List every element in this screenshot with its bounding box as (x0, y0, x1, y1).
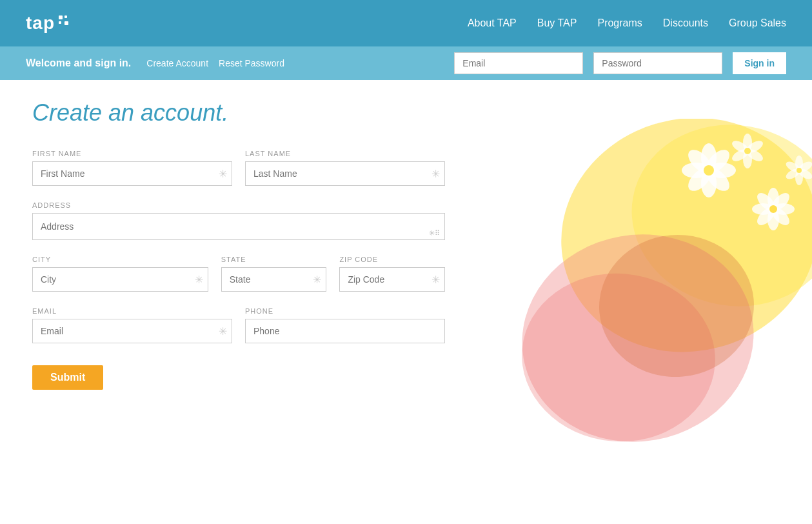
logo-dot-3 (59, 21, 61, 24)
welcome-text: Welcome and sign in. (26, 57, 131, 69)
email-label: EMAIL (32, 307, 232, 315)
svg-point-18 (767, 208, 779, 230)
svg-point-25 (745, 146, 765, 163)
signin-email-input[interactable] (454, 52, 583, 74)
nav-about-tap[interactable]: About TAP (468, 17, 517, 29)
city-input[interactable] (32, 267, 208, 292)
signin-password-input[interactable] (593, 52, 722, 74)
address-input-wrapper: ✳⠿ (32, 213, 445, 240)
logo-icon (59, 15, 68, 25)
svg-point-12 (684, 146, 715, 177)
last-name-input[interactable] (245, 161, 445, 186)
svg-point-3 (515, 265, 722, 449)
reset-password-link[interactable]: Reset Password (219, 58, 284, 68)
svg-point-23 (743, 134, 752, 152)
svg-point-19 (754, 205, 778, 228)
first-name-group: FIRST NAME ✳ (32, 150, 232, 186)
email-phone-row: EMAIL ✳ PHONE (32, 307, 445, 343)
svg-point-0 (535, 119, 812, 381)
first-name-input[interactable] (32, 161, 232, 186)
state-input[interactable] (221, 267, 327, 292)
svg-point-11 (682, 163, 710, 178)
svg-point-17 (769, 205, 793, 228)
svg-point-5 (701, 143, 717, 172)
svg-point-28 (730, 138, 750, 155)
signin-button[interactable]: Sign in (733, 52, 786, 74)
svg-point-1 (617, 119, 812, 323)
last-name-input-wrapper: ✳ (245, 161, 445, 186)
svg-point-21 (754, 190, 778, 214)
last-name-group: LAST NAME ✳ (245, 150, 445, 186)
create-account-form: FIRST NAME ✳ LAST NAME ✳ ADDRESS (32, 150, 445, 390)
zip-input[interactable] (339, 267, 445, 292)
top-navigation: tap About TAP Buy TAP Programs Discounts… (0, 0, 812, 46)
svg-point-32 (797, 166, 812, 181)
email-group: EMAIL ✳ (32, 307, 232, 343)
svg-point-20 (752, 203, 774, 215)
main-content: Create an account. FIRST NAME ✳ LAST NAM… (0, 80, 812, 499)
submit-button[interactable]: Submit (32, 365, 103, 390)
last-name-label: LAST NAME (245, 150, 445, 157)
logo-dot-2 (64, 15, 67, 18)
watercolor-decoration (464, 119, 812, 480)
address-input[interactable] (32, 213, 445, 240)
logo-text: tap (26, 13, 55, 34)
svg-point-4 (593, 228, 760, 383)
svg-point-8 (702, 164, 733, 195)
first-name-input-wrapper: ✳ (32, 161, 232, 186)
zip-group: ZIP CODE ✳ (339, 256, 445, 292)
email-input[interactable] (32, 319, 232, 343)
state-label: STATE (221, 256, 327, 263)
svg-point-13 (704, 165, 714, 176)
zip-input-wrapper: ✳ (339, 267, 445, 292)
city-label: CITY (32, 256, 208, 263)
city-group: CITY ✳ (32, 256, 208, 292)
city-state-zip-row: CITY ✳ STATE ✳ ZIP CODE ✳ (32, 256, 445, 292)
name-row: FIRST NAME ✳ LAST NAME ✳ (32, 150, 445, 186)
svg-point-16 (773, 203, 795, 215)
phone-input-wrapper (245, 319, 445, 343)
nav-discounts[interactable]: Discounts (663, 17, 708, 29)
phone-group: PHONE (245, 307, 445, 343)
nav-group-sales[interactable]: Group Sales (729, 17, 786, 29)
phone-label: PHONE (245, 307, 445, 315)
svg-point-9 (701, 169, 717, 197)
svg-point-30 (795, 156, 803, 171)
create-account-link[interactable]: Create Account (146, 58, 208, 68)
signin-bar: Welcome and sign in. Create Account Rese… (0, 46, 812, 80)
svg-point-34 (784, 166, 802, 181)
state-input-wrapper: ✳ (221, 267, 327, 292)
svg-point-33 (795, 170, 803, 185)
first-name-label: FIRST NAME (32, 150, 232, 157)
nav-links: About TAP Buy TAP Programs Discounts Gro… (468, 17, 786, 29)
svg-point-29 (744, 148, 751, 154)
svg-point-14 (767, 188, 779, 210)
page-title: Create an account. (32, 99, 780, 126)
address-group: ADDRESS ✳⠿ (32, 201, 445, 240)
svg-point-6 (702, 146, 733, 177)
phone-input[interactable] (245, 319, 445, 343)
logo-dot-4 (64, 21, 68, 25)
svg-point-7 (708, 163, 736, 178)
svg-point-2 (506, 216, 770, 460)
svg-point-31 (797, 159, 812, 174)
state-group: STATE ✳ (221, 256, 327, 292)
nav-buy-tap[interactable]: Buy TAP (537, 17, 577, 29)
address-row: ADDRESS ✳⠿ (32, 201, 445, 240)
svg-point-36 (797, 168, 802, 173)
submit-row: Submit (32, 359, 445, 390)
svg-point-26 (743, 150, 752, 168)
address-label: ADDRESS (32, 201, 445, 209)
logo[interactable]: tap (26, 13, 68, 34)
svg-point-27 (730, 146, 750, 163)
svg-point-24 (745, 138, 765, 155)
svg-point-35 (784, 159, 802, 174)
svg-point-22 (769, 205, 777, 213)
email-input-wrapper: ✳ (32, 319, 232, 343)
svg-point-15 (769, 190, 793, 214)
logo-dot-1 (59, 15, 63, 19)
svg-point-10 (684, 164, 715, 195)
nav-programs[interactable]: Programs (597, 17, 642, 29)
city-input-wrapper: ✳ (32, 267, 208, 292)
zip-label: ZIP CODE (339, 256, 445, 263)
